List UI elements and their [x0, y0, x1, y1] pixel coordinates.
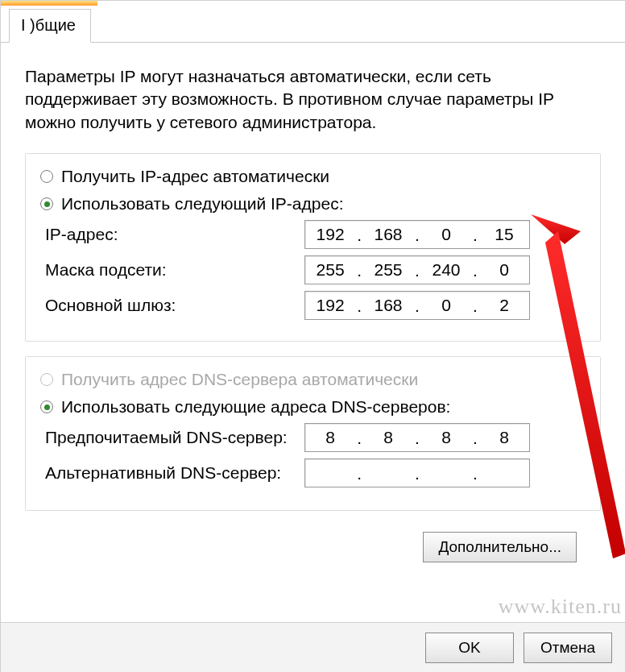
radio-icon [40, 373, 53, 386]
pref-dns-label: Предпочитаемый DNS-сервер: [40, 428, 304, 447]
properties-dialog: I )бщие Параметры IP могут назначаться а… [0, 0, 625, 672]
ok-button[interactable]: OK [425, 633, 514, 663]
row-ip-address: IP-адрес: . . . [40, 220, 586, 249]
alt-dns-oct-1[interactable] [305, 459, 355, 487]
gw-oct-4[interactable] [479, 292, 529, 319]
ip-address-label: IP-адрес: [40, 225, 304, 244]
pref-dns-oct-4[interactable] [479, 424, 529, 451]
ip-address-input[interactable]: . . . [304, 220, 530, 249]
ip-oct-4[interactable] [479, 221, 529, 248]
tab-general[interactable]: I )бщие [9, 9, 91, 43]
row-alt-dns: Альтернативный DNS-сервер: . . . [40, 458, 586, 487]
radio-dns-manual[interactable]: Использовать следующие адреса DNS-сервер… [40, 397, 586, 417]
radio-icon [40, 197, 53, 210]
cancel-button[interactable]: Отмена [524, 633, 612, 663]
radio-ip-manual-label: Использовать следующий IP-адрес: [61, 194, 344, 214]
radio-ip-manual[interactable]: Использовать следующий IP-адрес: [40, 194, 586, 214]
row-pref-dns: Предпочитаемый DNS-сервер: . . . [40, 423, 586, 452]
radio-dns-manual-label: Использовать следующие адреса DNS-сервер… [61, 397, 450, 417]
alt-dns-oct-4[interactable] [479, 459, 529, 487]
tab-strip: I )бщие [1, 6, 625, 43]
mask-oct-2[interactable] [363, 256, 413, 284]
row-subnet-mask: Маска подсети: . . . [40, 255, 586, 284]
pref-dns-oct-3[interactable] [421, 424, 471, 451]
dialog-buttons: OK Отмена [1, 622, 625, 672]
gateway-label: Основной шлюз: [40, 296, 304, 315]
alt-dns-oct-3[interactable] [421, 459, 471, 487]
advanced-row: Дополнительно... [25, 525, 601, 562]
watermark-text: www.kiten.ru [499, 595, 622, 619]
alt-dns-input[interactable]: . . . [304, 458, 530, 487]
gw-oct-1[interactable] [305, 292, 355, 319]
alt-dns-label: Альтернативный DNS-сервер: [40, 463, 304, 483]
dns-group: Получить адрес DNS-сервера автоматически… [25, 356, 601, 511]
ip-oct-3[interactable] [421, 221, 471, 248]
pref-dns-oct-1[interactable] [305, 424, 355, 451]
radio-dns-auto: Получить адрес DNS-сервера автоматически [40, 370, 586, 389]
gw-oct-2[interactable] [363, 292, 413, 319]
ip-oct-2[interactable] [363, 221, 413, 248]
mask-oct-4[interactable] [479, 256, 529, 284]
radio-ip-auto-label: Получить IP-адрес автоматически [61, 167, 329, 186]
tab-content: Параметры IP могут назначаться автоматич… [1, 43, 625, 570]
radio-icon [40, 170, 53, 183]
mask-oct-3[interactable] [421, 256, 471, 284]
row-gateway: Основной шлюз: . . . [40, 291, 586, 320]
radio-ip-auto[interactable]: Получить IP-адрес автоматически [40, 167, 586, 186]
alt-dns-oct-2[interactable] [363, 459, 413, 487]
accent-bar [1, 1, 97, 6]
subnet-mask-input[interactable]: . . . [304, 255, 530, 284]
gateway-input[interactable]: . . . [304, 291, 530, 320]
advanced-button[interactable]: Дополнительно... [423, 532, 577, 562]
pref-dns-oct-2[interactable] [363, 424, 413, 451]
subnet-mask-label: Маска подсети: [40, 260, 304, 280]
radio-dns-auto-label: Получить адрес DNS-сервера автоматически [61, 370, 418, 389]
pref-dns-input[interactable]: . . . [304, 423, 530, 452]
ip-group: Получить IP-адрес автоматически Использо… [25, 153, 601, 342]
ip-oct-1[interactable] [305, 221, 355, 248]
mask-oct-1[interactable] [305, 256, 355, 284]
description-text: Параметры IP могут назначаться автоматич… [25, 65, 601, 134]
gw-oct-3[interactable] [421, 292, 471, 319]
radio-icon [40, 400, 53, 413]
